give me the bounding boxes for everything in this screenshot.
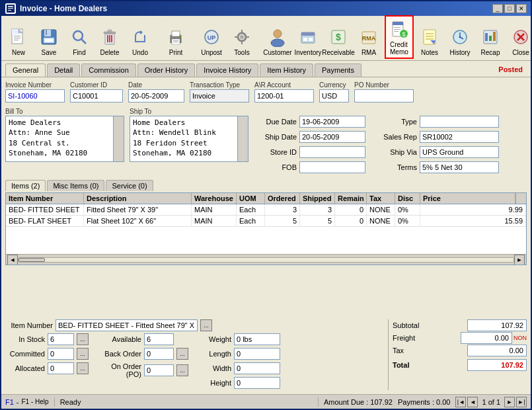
- width-input[interactable]: [234, 362, 280, 374]
- close-toolbar-button[interactable]: Close: [506, 24, 532, 59]
- in-stock-input[interactable]: [48, 333, 74, 345]
- recap-icon: [480, 26, 501, 48]
- due-date-input[interactable]: [299, 116, 365, 128]
- tools-button[interactable]: Tools: [227, 24, 256, 59]
- credit-memo-button[interactable]: $ Credit Memo: [385, 15, 414, 59]
- tab-general[interactable]: General: [5, 63, 46, 77]
- table-row[interactable]: BED- FLAT SHEET Flat Sheet 102" X 66" MA…: [6, 216, 526, 227]
- po-number-input[interactable]: [354, 89, 414, 102]
- receivable-button[interactable]: $ Receivable: [324, 24, 353, 59]
- height-input[interactable]: [234, 377, 280, 389]
- fob-input[interactable]: [299, 161, 365, 173]
- item-number-input[interactable]: [56, 319, 198, 331]
- close-toolbar-label: Close: [512, 49, 529, 56]
- committed-input[interactable]: [48, 348, 74, 360]
- customer-id-input[interactable]: [70, 89, 123, 102]
- allocated-browse-btn[interactable]: ...: [77, 362, 89, 374]
- tab-payments[interactable]: Payments: [315, 63, 361, 77]
- store-id-label: Store ID: [254, 148, 297, 156]
- bottom-section: Item Number ... In Stock ... Commi: [5, 319, 527, 390]
- tab-invoice-history[interactable]: Invoice History: [196, 63, 258, 77]
- close-button[interactable]: ✕: [516, 4, 527, 13]
- ship-to-textarea[interactable]: Home Dealers Attn: Wendell Blink 18 Feri…: [130, 116, 237, 161]
- total-label: Total: [393, 361, 413, 369]
- tab-order-history[interactable]: Order History: [137, 63, 195, 77]
- find-button[interactable]: Find: [65, 24, 94, 59]
- bill-to-textarea[interactable]: Home Dealers Attn: Anne Sue 18 Central s…: [6, 116, 113, 161]
- new-button[interactable]: New: [4, 24, 33, 59]
- prev-page-btn[interactable]: ◄: [467, 397, 478, 407]
- inventory-button[interactable]: Inventory: [293, 24, 323, 59]
- tab-item-history[interactable]: Item History: [260, 63, 313, 77]
- scroll-left-btn[interactable]: ◄: [7, 255, 18, 265]
- length-label: Length: [202, 350, 231, 358]
- type-input[interactable]: [420, 116, 499, 128]
- status-bar: F1 - F1 - Help Ready Amount Due : 107.92…: [1, 394, 531, 409]
- length-input[interactable]: [234, 348, 280, 360]
- customer-button[interactable]: Customer: [263, 24, 292, 59]
- currency-group: Currency: [319, 81, 349, 102]
- subtotal-label: Subtotal: [393, 321, 423, 329]
- customer-id-group: Customer ID: [70, 81, 123, 102]
- total-input[interactable]: [467, 359, 527, 371]
- available-input[interactable]: [144, 333, 174, 345]
- tab-commission[interactable]: Commission: [81, 63, 136, 77]
- available-row: Available: [95, 333, 188, 345]
- terms-input[interactable]: [420, 161, 499, 173]
- in-stock-browse-btn[interactable]: ...: [77, 333, 89, 345]
- rma-button[interactable]: RMA RMA: [354, 24, 383, 59]
- store-id-input[interactable]: [299, 146, 365, 158]
- delete-button[interactable]: Delete: [95, 24, 124, 59]
- page-nav: |◄ ◄ 1 of 1 ► ►|: [455, 397, 527, 407]
- app-icon: [5, 3, 16, 14]
- date-input[interactable]: [128, 89, 184, 102]
- sub-tab-misc[interactable]: Misc Items (0): [47, 180, 104, 191]
- ship-to-section: Ship To Home Dealers Attn: Wendell Blink…: [130, 108, 248, 175]
- ar-account-input[interactable]: [254, 89, 314, 102]
- scrollbar-track[interactable]: [18, 257, 514, 263]
- back-order-browse-btn[interactable]: ...: [176, 348, 188, 360]
- tab-detail[interactable]: Detail: [47, 63, 80, 77]
- main-window: Invoice - Home Dealers _ □ ✕ New: [0, 0, 532, 410]
- print-button[interactable]: Print: [161, 24, 190, 59]
- unpost-button[interactable]: UP Unpost: [197, 24, 226, 59]
- next-page-btn[interactable]: ►: [504, 397, 515, 407]
- on-order-input[interactable]: [144, 364, 174, 376]
- subtotal-input[interactable]: [467, 319, 527, 331]
- svg-rect-42: [309, 38, 313, 41]
- svg-rect-11: [44, 30, 51, 36]
- committed-browse-btn[interactable]: ...: [77, 348, 89, 360]
- tax-input[interactable]: [467, 345, 527, 356]
- scroll-right-btn[interactable]: ►: [514, 255, 525, 265]
- invoice-number-input[interactable]: [5, 89, 65, 102]
- ship-date-input[interactable]: [299, 131, 365, 143]
- payments: Payments : 0.00: [398, 398, 451, 406]
- recap-button[interactable]: Recap: [476, 24, 505, 59]
- back-order-label: Back Order: [95, 350, 141, 358]
- weight-input[interactable]: [234, 333, 280, 345]
- table-row[interactable]: BED- FITTED SHEET Fitted Sheet 79" X 39"…: [6, 204, 526, 216]
- on-order-browse-btn[interactable]: ...: [176, 364, 188, 376]
- maximize-button[interactable]: □: [504, 4, 515, 13]
- first-page-btn[interactable]: |◄: [455, 397, 466, 407]
- freight-input[interactable]: [461, 332, 512, 344]
- back-order-input[interactable]: [144, 348, 174, 360]
- col-warehouse: Warehouse: [192, 193, 237, 204]
- svg-rect-63: [485, 33, 488, 41]
- ar-account-label: A\R Account: [254, 81, 314, 89]
- undo-button[interactable]: Undo: [126, 24, 155, 59]
- allocated-input[interactable]: [48, 362, 74, 374]
- item-number-browse-btn[interactable]: ...: [200, 319, 212, 331]
- last-page-btn[interactable]: ►|: [516, 397, 527, 407]
- sales-rep-input[interactable]: [420, 131, 499, 143]
- currency-input[interactable]: [319, 89, 349, 102]
- sub-tab-service[interactable]: Service (0): [106, 180, 153, 191]
- sub-tab-items[interactable]: Items (2): [5, 180, 46, 191]
- scrollbar-thumb[interactable]: [19, 258, 45, 262]
- save-button[interactable]: Save: [34, 24, 63, 59]
- minimize-button[interactable]: _: [492, 4, 503, 13]
- ship-via-input[interactable]: [420, 146, 499, 158]
- history-button[interactable]: History: [445, 24, 475, 59]
- transaction-type-input[interactable]: [190, 89, 249, 102]
- notes-button[interactable]: Notes: [415, 24, 444, 59]
